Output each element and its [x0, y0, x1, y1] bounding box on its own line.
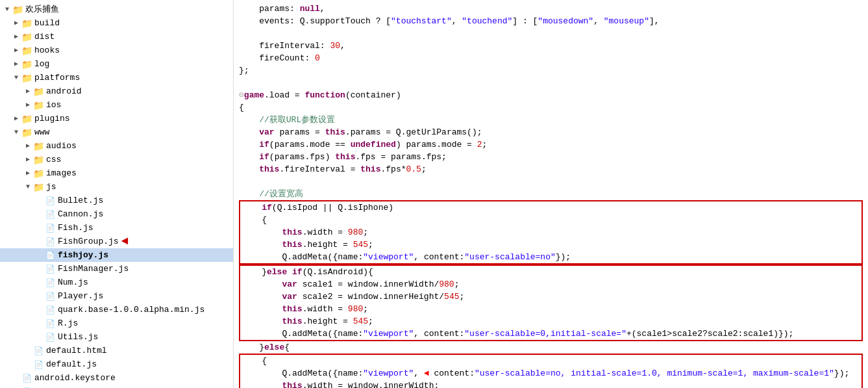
tree-item-cannon[interactable]: ▶ 📄 Cannon.js: [0, 207, 233, 221]
build-arrow: ▶: [12, 17, 21, 29]
tree-item-buildprops[interactable]: ▶ 📄 build.properties: [0, 385, 233, 388]
fishgroup-label: FishGroup.js: [58, 235, 119, 248]
tree-item-num[interactable]: ▶ 📄 Num.js: [0, 276, 233, 289]
tree-item-www[interactable]: ▼ 📁 www: [0, 125, 233, 139]
fishgroup-file-icon: 📄: [44, 237, 56, 247]
androidkeystore-file-icon: 📄: [21, 373, 32, 383]
cannon-file-icon: 📄: [44, 209, 56, 220]
tree-item-images[interactable]: ▶ 📁 images: [0, 166, 233, 180]
tree-item-fishgroup[interactable]: ▶ 📄 FishGroup.js ◄: [0, 235, 233, 248]
android-code-box: }else if(Q.isAndroid){ var scale1 = wind…: [239, 265, 863, 341]
www-arrow: ▼: [12, 126, 21, 138]
fishmanager-file-icon: 📄: [44, 264, 56, 274]
root-label: 欢乐捕鱼: [25, 3, 59, 16]
tree-item-fishjoy[interactable]: ▶ 📄 fishjoy.js: [0, 248, 233, 262]
code-editor[interactable]: params: null, events: Q.supportTouch ? […: [234, 0, 868, 388]
code-line-22: }else if(Q.isAndroid){: [242, 266, 860, 278]
rjs-label: R.js: [58, 317, 78, 330]
dist-label: dist: [34, 31, 55, 43]
tree-item-audios[interactable]: ▶ 📁 audios: [0, 139, 233, 153]
tree-item-android[interactable]: ▶ 📁 android: [0, 84, 233, 98]
code-line-10: //获取URL参数设置: [239, 114, 863, 126]
root-folder-icon: 📁: [12, 5, 23, 15]
android-folder-icon: 📁: [32, 86, 44, 97]
www-folder-icon: 📁: [21, 127, 32, 138]
code-line-16: //设置宽高: [239, 188, 863, 200]
log-label: log: [34, 58, 49, 70]
code-line-19: this.width = 980;: [242, 226, 860, 239]
tree-item-player[interactable]: ▶ 📄 Player.js: [0, 289, 233, 303]
tree-item-androidkeystore[interactable]: ▶ 📄 android.keystore: [0, 371, 233, 385]
defaulthtml-label: default.html: [46, 344, 107, 357]
tree-item-defaulthtml[interactable]: ▶ 📄 default.html: [0, 344, 233, 357]
css-arrow: ▶: [23, 153, 32, 166]
fish-label: Fish.js: [58, 222, 93, 234]
dist-arrow: ▶: [12, 31, 21, 43]
defaulthtml-file-icon: 📄: [32, 346, 44, 356]
tree-item-js[interactable]: ▼ 📁 js: [0, 180, 233, 194]
tree-item-fish[interactable]: ▶ 📄 Fish.js: [0, 221, 233, 235]
code-line-9: {: [239, 101, 863, 114]
rjs-file-icon: 📄: [44, 318, 56, 329]
num-file-icon: 📄: [44, 278, 56, 288]
hooks-label: hooks: [34, 44, 60, 57]
log-arrow: ▶: [12, 58, 21, 70]
code-line-2: events: Q.supportTouch ? ["touchstart", …: [239, 15, 863, 27]
plugins-folder-icon: 📁: [21, 114, 32, 124]
images-folder-icon: 📁: [32, 168, 44, 179]
code-line-15: [239, 175, 863, 188]
player-file-icon: 📄: [44, 291, 56, 302]
tree-item-rjs[interactable]: ▶ 📄 R.js: [0, 317, 233, 330]
bullet-label: Bullet.js: [58, 194, 103, 207]
tree-item-platforms[interactable]: ▼ 📁 platforms: [0, 71, 233, 84]
player-label: Player.js: [58, 290, 103, 302]
code-line-25: this.width = 980;: [242, 303, 860, 315]
tree-item-defaultjs[interactable]: ▶ 📄 default.js: [0, 357, 233, 371]
code-line-1: params: null,: [239, 3, 863, 15]
code-line-26: this.height = 545;: [242, 315, 860, 328]
fishjoy-label: fishjoy.js: [58, 249, 108, 261]
tree-item-ios[interactable]: ▶ 📁 ios: [0, 98, 233, 112]
androidkeystore-label: android.keystore: [34, 372, 116, 384]
code-line-27: Q.addMeta({name:"viewport", content:"use…: [242, 328, 860, 340]
www-label: www: [34, 126, 49, 138]
file-tree[interactable]: ▼ 📁 欢乐捕鱼 ▶ 📁 build ▶ 📁 dist ▶ 📁 hooks ▶ …: [0, 0, 234, 388]
tree-item-css[interactable]: ▶ 📁 css: [0, 153, 233, 166]
code-line-17: if(Q.isIpod || Q.isIphone): [242, 201, 860, 214]
other-code-box: { Q.addMeta({name:"viewport", ◄ content:…: [239, 354, 863, 388]
images-arrow: ▶: [23, 167, 32, 179]
code-line-11: var params = this.params = Q.getUrlParam…: [239, 126, 863, 138]
ios-folder-icon: 📁: [32, 100, 44, 110]
code-line-23: var scale1 = window.innerWidth/980;: [242, 278, 860, 291]
tree-item-dist[interactable]: ▶ 📁 dist: [0, 30, 233, 44]
css-label: css: [46, 153, 61, 166]
code-line-14: this.fireInterval = this.fps*0.5;: [239, 163, 863, 175]
js-arrow: ▼: [23, 181, 32, 193]
utils-file-icon: 📄: [44, 332, 56, 343]
tree-item-plugins[interactable]: ▶ 📁 plugins: [0, 112, 233, 125]
ios-label: ios: [46, 99, 61, 111]
fishgroup-arrow-indicator: ◄: [121, 235, 129, 248]
code-line-30: Q.addMeta({name:"viewport", ◄ content:"u…: [242, 367, 860, 380]
tree-item-build[interactable]: ▶ 📁 build: [0, 16, 233, 30]
tree-item-utils[interactable]: ▶ 📄 Utils.js: [0, 330, 233, 344]
tree-item-log[interactable]: ▶ 📁 log: [0, 57, 233, 71]
build-label: build: [34, 17, 60, 29]
tree-item-bullet[interactable]: ▶ 📄 Bullet.js: [0, 194, 233, 207]
plugins-arrow: ▶: [12, 112, 21, 125]
tree-item-fishmanager[interactable]: ▶ 📄 FishManager.js: [0, 262, 233, 276]
css-folder-icon: 📁: [32, 155, 44, 165]
android-arrow: ▶: [23, 85, 32, 97]
tree-item-quark[interactable]: ▶ 📄 quark.base-1.0.0.alpha.min.js: [0, 303, 233, 317]
images-label: images: [46, 167, 77, 179]
js-folder-icon: 📁: [32, 182, 44, 192]
tree-item-hooks[interactable]: ▶ 📁 hooks: [0, 44, 233, 57]
android-label: android: [46, 85, 82, 97]
tree-root[interactable]: ▼ 📁 欢乐捕鱼: [0, 3, 233, 16]
apple-code-box: if(Q.isIpod || Q.isIphone) { this.width …: [239, 200, 863, 265]
dist-folder-icon: 📁: [21, 32, 32, 42]
js-label: js: [46, 181, 56, 193]
code-line-13: if(params.fps) this.fps = params.fps;: [239, 151, 863, 163]
defaultjs-label: default.js: [46, 358, 97, 370]
platforms-arrow: ▼: [12, 71, 21, 84]
